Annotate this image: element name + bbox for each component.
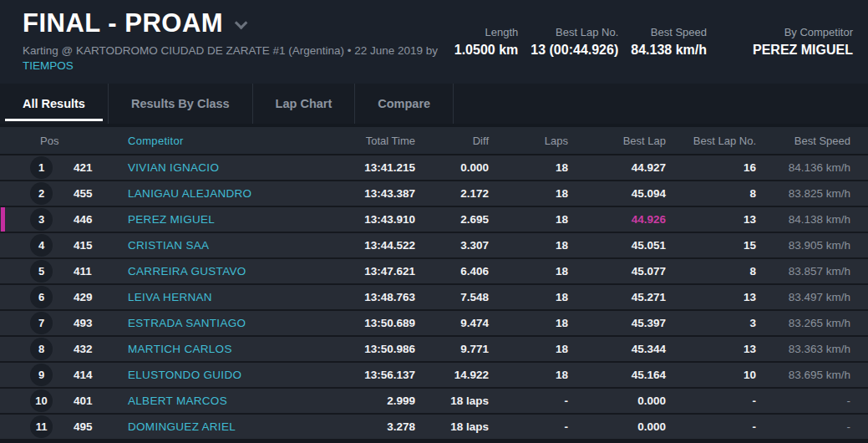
- best-speed-cell: 83.905 km/h: [756, 239, 868, 252]
- position-badge: 2: [30, 182, 53, 205]
- best-lap-cell: 45.397: [568, 317, 666, 329]
- position-cell: 7: [0, 312, 63, 334]
- competitor-cell: DOMINGUEZ ARIEL: [117, 420, 315, 433]
- total-time-cell: 2.999: [315, 395, 415, 407]
- total-time-cell: 13:48.763: [315, 291, 415, 303]
- results-page: FINAL - PROAM Karting @ KARTODROMO CIUDA…: [0, 0, 868, 443]
- table-row[interactable]: 8 432 MARTICH CARLOS 13:50.986 9.771 18 …: [0, 337, 868, 363]
- tab-all-results[interactable]: All Results: [0, 84, 109, 124]
- event-header: FINAL - PROAM Karting @ KARTODROMO CIUDA…: [0, 0, 868, 84]
- diff-cell: 6.406: [415, 265, 489, 278]
- total-time-cell: 13:50.986: [315, 343, 415, 355]
- stat-length-value: 1.0500 km: [454, 43, 519, 58]
- competitor-link[interactable]: CRISTIAN SAA: [128, 239, 209, 252]
- position-badge: 4: [30, 234, 53, 257]
- position-badge: 8: [30, 338, 53, 360]
- column-header-total-time: Total Time: [315, 135, 415, 147]
- best-lap-cell: 44.926: [568, 213, 666, 226]
- tab-lap-chart[interactable]: Lap Chart: [253, 84, 356, 124]
- session-selector[interactable]: FINAL - PROAM: [23, 8, 438, 38]
- competitor-link[interactable]: DOMINGUEZ ARIEL: [128, 420, 236, 433]
- best-speed-cell: 83.825 km/h: [756, 187, 868, 200]
- event-header-left: FINAL - PROAM Karting @ KARTODROMO CIUDA…: [0, 0, 438, 84]
- table-row[interactable]: 4 415 CRISTIAN SAA 13:44.522 3.307 18 45…: [0, 233, 868, 259]
- position-cell: 9: [0, 364, 63, 386]
- competitor-link[interactable]: MARTICH CARLOS: [128, 343, 232, 355]
- column-header-best-lap: Best Lap: [568, 135, 666, 147]
- laps-cell: 18: [489, 317, 568, 329]
- kart-number-cell: 429: [63, 291, 117, 303]
- best-speed-cell: 84.138 km/h: [756, 213, 868, 226]
- table-row[interactable]: 7 493 ESTRADA SANTIAGO 13:50.689 9.474 1…: [0, 311, 868, 337]
- table-row[interactable]: 1 421 VIVIAN IGNACIO 13:41.215 0.000 18 …: [0, 155, 868, 181]
- table-row[interactable]: 9 414 ELUSTONDO GUIDO 13:56.137 14.922 1…: [0, 363, 868, 389]
- competitor-link[interactable]: ALBERT MARCOS: [128, 395, 227, 407]
- column-header-best-lap-no: Best Lap No.: [666, 135, 756, 147]
- page-title: FINAL - PROAM: [23, 8, 223, 38]
- diff-cell: 2.695: [415, 213, 489, 226]
- position-cell: 10: [0, 390, 63, 412]
- stat-by-competitor-label: By Competitor: [753, 26, 853, 38]
- tab-results-by-class[interactable]: Results By Class: [109, 84, 253, 124]
- best-speed-cell: 83.695 km/h: [756, 369, 868, 381]
- competitor-link[interactable]: LEIVA HERNAN: [128, 291, 212, 303]
- competitor-cell: LANIGAU ALEJANDRO: [117, 187, 315, 200]
- best-lap-no-cell: -: [666, 420, 756, 433]
- best-lap-cell: 0.000: [568, 395, 666, 407]
- best-speed-cell: 83.265 km/h: [756, 317, 868, 329]
- diff-cell: 18 laps: [415, 395, 489, 407]
- best-lap-no-cell: -: [666, 395, 756, 407]
- table-row[interactable]: 3 446 PEREZ MIGUEL 13:43.910 2.695 18 44…: [0, 207, 868, 233]
- position-badge: 10: [30, 390, 53, 412]
- best-lap-no-cell: 13: [666, 343, 756, 355]
- total-time-cell: 13:47.621: [315, 265, 415, 278]
- competitor-link[interactable]: LANIGAU ALEJANDRO: [128, 187, 251, 200]
- chevron-down-icon[interactable]: [235, 16, 248, 29]
- event-subtitle: Karting @ KARTODROMO CIUDAD DE ZARATE #1…: [23, 43, 438, 74]
- results-tabbar: All Results Results By Class Lap Chart C…: [0, 84, 868, 124]
- diff-cell: 0.000: [415, 161, 489, 174]
- kart-number-cell: 414: [63, 369, 117, 381]
- column-header-diff: Diff: [415, 135, 489, 147]
- stat-length-label: Length: [454, 26, 519, 38]
- laps-cell: 18: [489, 343, 568, 355]
- total-time-cell: 3.278: [315, 420, 415, 433]
- organizer-link[interactable]: TIEMPOS: [23, 59, 438, 74]
- results-table-body: 1 421 VIVIAN IGNACIO 13:41.215 0.000 18 …: [0, 155, 868, 440]
- table-row[interactable]: 6 429 LEIVA HERNAN 13:48.763 7.548 18 45…: [0, 285, 868, 311]
- table-row[interactable]: 5 411 CARREIRA GUSTAVO 13:47.621 6.406 1…: [0, 259, 868, 285]
- competitor-link[interactable]: ELUSTONDO GUIDO: [128, 369, 241, 381]
- position-badge: 6: [30, 286, 53, 308]
- position-badge: 9: [30, 364, 53, 386]
- best-lap-cell: 45.344: [568, 343, 666, 355]
- position-cell: 6: [0, 286, 63, 308]
- kart-number-cell: 415: [63, 239, 117, 252]
- table-row[interactable]: 2 455 LANIGAU ALEJANDRO 13:43.387 2.172 …: [0, 181, 868, 207]
- competitor-link[interactable]: CARREIRA GUSTAVO: [128, 265, 246, 278]
- competitor-cell: LEIVA HERNAN: [117, 291, 315, 303]
- competitor-link[interactable]: ESTRADA SANTIAGO: [128, 317, 246, 329]
- stat-best-lap-no-label: Best Lap No.: [530, 26, 618, 38]
- competitor-cell: VIVIAN IGNACIO: [117, 161, 315, 174]
- tab-compare[interactable]: Compare: [355, 84, 454, 124]
- laps-cell: 18: [489, 239, 568, 252]
- table-row[interactable]: 11 495 DOMINGUEZ ARIEL 3.278 18 laps - 0…: [0, 415, 868, 440]
- table-row[interactable]: 10 401 ALBERT MARCOS 2.999 18 laps - 0.0…: [0, 389, 868, 415]
- competitor-link[interactable]: PEREZ MIGUEL: [128, 213, 215, 226]
- best-speed-cell: -: [756, 420, 868, 433]
- best-speed-cell: 83.857 km/h: [756, 265, 868, 278]
- best-lap-cell: 45.271: [568, 291, 666, 303]
- kart-number-cell: 493: [63, 317, 117, 329]
- competitor-cell: MARTICH CARLOS: [117, 343, 315, 355]
- best-lap-cell: 45.094: [568, 187, 666, 200]
- diff-cell: 3.307: [415, 239, 489, 252]
- best-speed-cell: -: [756, 395, 868, 407]
- competitor-link[interactable]: VIVIAN IGNACIO: [128, 161, 219, 174]
- position-badge: 1: [30, 156, 53, 179]
- position-badge: 5: [30, 260, 53, 283]
- best-lap-no-cell: 3: [666, 317, 756, 329]
- best-lap-cell: 45.051: [568, 239, 666, 252]
- best-lap-cell: 0.000: [568, 420, 666, 433]
- laps-cell: -: [489, 395, 568, 407]
- laps-cell: 18: [489, 291, 568, 303]
